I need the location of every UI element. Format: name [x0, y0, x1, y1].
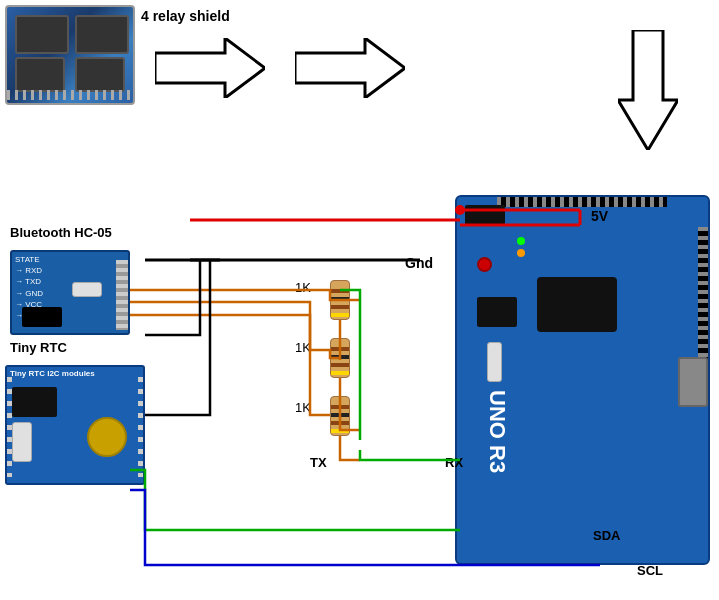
- arduino-power-jack: [465, 205, 505, 225]
- bt-chip: [22, 307, 62, 327]
- resistor-3-label: 1K: [295, 400, 311, 415]
- arduino-reset-button: [477, 257, 492, 272]
- resistor-1-label: 1K: [295, 280, 311, 295]
- arduino-power-led: [517, 237, 525, 245]
- bluetooth-label: Bluetooth HC-05: [10, 225, 112, 240]
- resistor-3-band4: [331, 429, 349, 433]
- resistor-2: [330, 338, 350, 378]
- arrow-right-1: [155, 38, 265, 98]
- arrow-down: [618, 30, 678, 150]
- resistor-3-band3: [331, 421, 349, 425]
- 5v-label: 5V: [591, 208, 608, 224]
- resistor-3: [330, 396, 350, 436]
- resistor-1-band3: [331, 305, 349, 309]
- arrow-right-2: [295, 38, 405, 98]
- arduino-pin13-led: [517, 249, 525, 257]
- tiny-rtc-label: Tiny RTC: [10, 340, 67, 355]
- bt-connector: [116, 260, 128, 330]
- arduino-small-chip: [477, 297, 517, 327]
- rtc-pins-right: [138, 377, 143, 477]
- rx-label: RX: [445, 455, 463, 470]
- arduino-headers-top: [497, 197, 667, 207]
- scl-label: SCL: [637, 563, 663, 578]
- gnd-label: Gnd: [405, 255, 433, 271]
- rtc-chip: [12, 387, 57, 417]
- sda-label: SDA: [593, 528, 620, 543]
- resistor-1: [330, 280, 350, 320]
- canvas: 4 relay shield STATE→ RXD→ TXD→ GND→ VCC…: [0, 0, 719, 600]
- bluetooth-module: STATE→ RXD→ TXD→ GND→ VCC→ EN: [10, 250, 130, 335]
- svg-marker-0: [155, 38, 265, 98]
- arduino-usb-port: [678, 357, 708, 407]
- arduino-crystal: [487, 342, 502, 382]
- bt-crystal: [72, 282, 102, 297]
- relay-coil-1: [15, 57, 65, 92]
- rtc-crystal: [12, 422, 32, 462]
- rtc-module: Tiny RTC I2C modules: [5, 365, 145, 485]
- rtc-pins-left: [7, 377, 12, 477]
- relay-pins: [7, 90, 135, 100]
- resistor-1-body: [330, 280, 350, 320]
- resistor-2-band3: [331, 363, 349, 367]
- relay-shield-image: [5, 5, 135, 105]
- resistor-2-label: 1K: [295, 340, 311, 355]
- resistor-2-body: [330, 338, 350, 378]
- relay-shield-label: 4 relay shield: [141, 8, 230, 24]
- resistor-2-band4: [331, 371, 349, 375]
- resistor-3-body: [330, 396, 350, 436]
- arduino-main-chip: [537, 277, 617, 332]
- rtc-module-label: Tiny RTC I2C modules: [10, 369, 95, 378]
- rtc-battery: [87, 417, 127, 457]
- svg-marker-2: [618, 30, 678, 150]
- arduino-uno: UNO R3: [455, 195, 710, 565]
- resistor-1-band4: [331, 313, 349, 317]
- tx-label: TX: [310, 455, 327, 470]
- arduino-model-label: UNO R3: [484, 390, 510, 473]
- svg-marker-1: [295, 38, 405, 98]
- relay-coil-2: [75, 57, 125, 92]
